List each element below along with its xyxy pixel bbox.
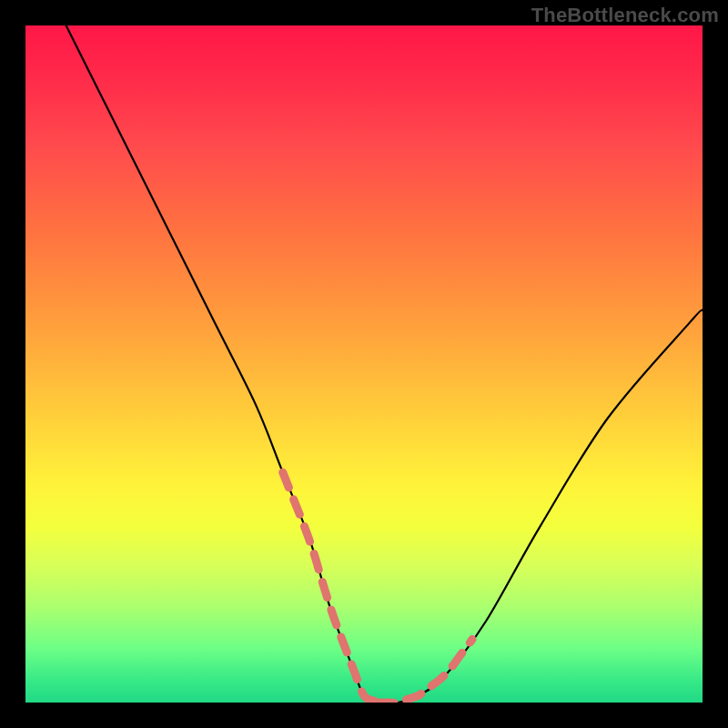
curve-svg [25, 25, 703, 703]
plot-area [25, 25, 703, 703]
bottleneck-curve [66, 25, 703, 703]
dashed-segment-right [378, 640, 472, 703]
dashed-segment-left [283, 472, 378, 703]
watermark-text: TheBottleneck.com [531, 4, 719, 27]
chart-frame: TheBottleneck.com [0, 0, 728, 728]
